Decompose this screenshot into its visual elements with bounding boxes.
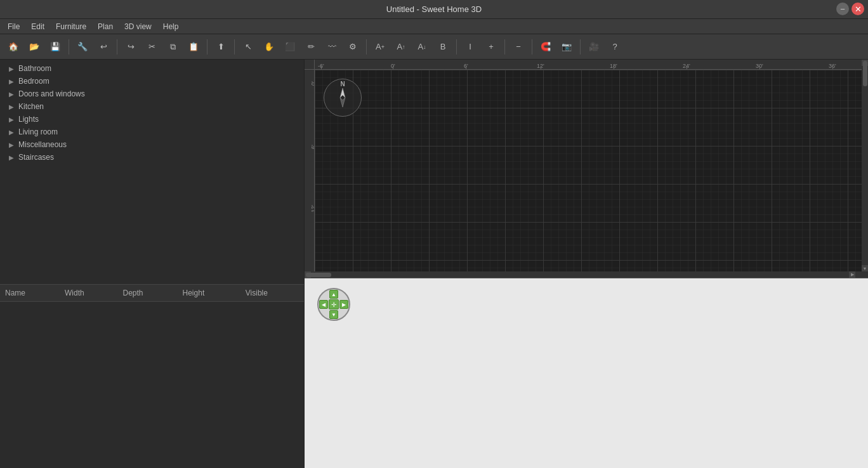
toolbar-separator-10 [234,39,235,55]
grid-background [315,70,862,271]
ruler-mark-h-5: 24' [683,63,690,69]
vertical-scroll-thumb[interactable] [863,61,867,86]
titlebar-controls: − ✕ [836,3,864,15]
add-text-button[interactable]: A+ [371,37,390,56]
close-button[interactable]: ✕ [852,3,864,15]
toolbar-separator-22 [504,39,505,55]
save-home-button[interactable]: 💾 [46,37,65,56]
canvas-vertical-scrollbar[interactable]: ▲ ▼ [862,60,868,278]
menu-item-3d-view[interactable]: 3D view [119,21,157,32]
tree-arrow: ▶ [9,116,14,123]
furniture-category-list: ▶Bathroom▶Bedroom▶Doors and windows▶Kitc… [0,60,304,284]
tree-arrow: ▶ [9,65,14,72]
navigation-control: ▲ ▼ ◀ ▶ ✛ [317,288,350,321]
category-label: Staircases [18,153,54,162]
nav-circle: ▲ ▼ ◀ ▶ ✛ [317,288,350,321]
tree-arrow: ▶ [9,78,14,85]
ruler-corner [305,60,315,70]
preferences-button[interactable]: 🔧 [73,37,92,56]
sidebar-item-doors-and-windows[interactable]: ▶Doors and windows [0,88,304,100]
category-label: Lights [18,115,39,124]
table-header-height: Height [178,285,240,302]
sidebar-item-bathroom[interactable]: ▶Bathroom [0,62,304,75]
import-button[interactable]: ⬆ [211,37,230,56]
nav-center-button[interactable]: ✛ [329,299,339,309]
toolbar-separator-20 [456,39,457,55]
new-home-button[interactable]: 🏠 [4,37,23,56]
copy-button[interactable]: ⧉ [163,37,182,56]
paste-button[interactable]: 📋 [184,37,203,56]
create-photo-button[interactable]: 📷 [557,37,576,56]
compass-circle: N [324,79,362,117]
select-button[interactable]: ↖ [239,37,258,56]
sidebar-item-miscellaneous[interactable]: ▶Miscellaneous [0,138,304,151]
svg-marker-0 [340,88,345,98]
nav-up-button[interactable]: ▲ [329,290,338,299]
draw-wall-button[interactable]: ✏ [301,37,320,56]
draw-polyline-button[interactable]: 〰 [322,37,341,56]
toolbar-separator-23 [532,39,532,55]
nav-down-button[interactable]: ▼ [329,310,338,319]
category-label: Kitchen [18,102,44,111]
sidebar-item-lights[interactable]: ▶Lights [0,113,304,126]
redo-button[interactable]: ↪ [121,37,140,56]
menu-item-file[interactable]: File [3,21,25,32]
table-header-width: Width [60,285,117,302]
toolbar-separator-16 [366,39,367,55]
ruler-mark-v-0: 0' [310,81,315,86]
sidebar-item-bedroom[interactable]: ▶Bedroom [0,75,304,88]
toolbar-separator-9 [207,39,207,55]
canvas-horizontal-scrollbar[interactable]: ◀ ▶ [305,271,862,278]
nav-right-button[interactable]: ▶ [339,300,348,309]
menu-item-plan[interactable]: Plan [93,21,118,32]
table-header-name: Name [0,285,60,302]
bold-button[interactable]: B [433,37,452,56]
scroll-down-arrow[interactable]: ▼ [862,265,868,271]
2d-canvas-area[interactable]: -6'0'6'12'18'24'30'36'42' 0'6'12' N ▲ [305,60,868,278]
minimize-button[interactable]: − [836,3,849,15]
create-video-button[interactable]: 🎥 [584,37,603,56]
ruler-mark-h-3: 12' [537,63,544,69]
sidebar-item-kitchen[interactable]: ▶Kitchen [0,100,304,113]
ruler-mark-h-0: -6' [318,63,324,69]
titlebar: Untitled - Sweet Home 3D − ✕ [0,0,868,19]
cut-button[interactable]: ✂ [142,37,161,56]
tree-arrow: ▶ [9,129,14,136]
compass: N [324,79,362,117]
main-layout: ▶Bathroom▶Bedroom▶Doors and windows▶Kitc… [0,60,868,468]
category-label: Living room [18,127,58,136]
menu-item-furniture[interactable]: Furniture [51,21,91,32]
furniture-table: NameWidthDepthHeightVisible [0,285,304,302]
pan-button[interactable]: ✋ [260,37,279,56]
tree-arrow: ▶ [9,154,14,161]
menu-item-edit[interactable]: Edit [26,21,49,32]
tree-arrow: ▶ [9,103,14,110]
table-header-depth: Depth [117,285,177,302]
create-room-button[interactable]: ⬛ [280,37,299,56]
menu-item-help[interactable]: Help [158,21,184,32]
horizontal-scroll-thumb[interactable] [306,273,331,277]
ruler-mark-h-6: 30' [756,63,763,69]
enable-magnet-button[interactable]: 🧲 [536,37,555,56]
add-furniture-button[interactable]: ⚙ [343,37,362,56]
sidebar-item-living-room[interactable]: ▶Living room [0,126,304,138]
decrease-text-button[interactable]: A↓ [412,37,431,56]
3d-view-area[interactable]: ▲ ▼ ◀ ▶ ✛ [305,278,868,468]
toolbar-separator-25 [580,39,581,55]
table-header-row: NameWidthDepthHeightVisible [0,285,304,302]
italic-button[interactable]: I [461,37,480,56]
zoom-out-button[interactable]: − [509,37,528,56]
tree-arrow: ▶ [9,141,14,148]
window-title: Untitled - Sweet Home 3D [386,4,482,14]
svg-marker-1 [340,98,345,107]
open-home-button[interactable]: 📂 [25,37,44,56]
zoom-in-button[interactable]: + [482,37,501,56]
ruler-mark-v-1: 6' [310,145,315,149]
help-button[interactable]: ? [605,37,624,56]
left-panel: ▶Bathroom▶Bedroom▶Doors and windows▶Kitc… [0,60,305,468]
sidebar-item-staircases[interactable]: ▶Staircases [0,151,304,164]
nav-left-button[interactable]: ◀ [319,300,328,309]
increase-text-button[interactable]: A↑ [391,37,411,56]
undo-button[interactable]: ↩ [94,37,113,56]
scroll-right-arrow[interactable]: ▶ [849,271,855,278]
